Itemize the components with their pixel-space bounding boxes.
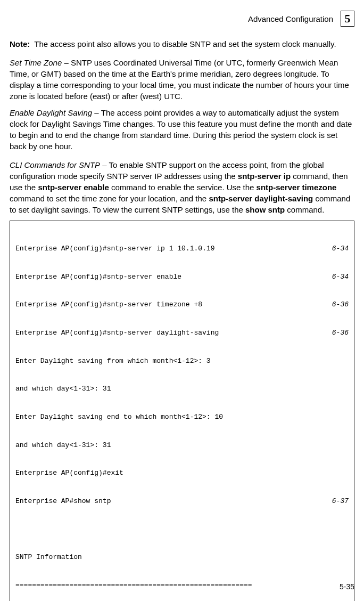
note-text: The access point also allows you to disa… xyxy=(34,38,336,50)
code-line: Enterprise AP(config)#exit xyxy=(15,468,349,478)
code-line-blank xyxy=(15,525,349,534)
code-line: Enterprise AP(config)#sntp-server enable… xyxy=(15,272,349,282)
cmd-show-sntp: show sntp xyxy=(245,205,285,214)
code-line: and which day<1-31>: 31 xyxy=(15,384,349,394)
code-text: Enterprise AP(config)#sntp-server daylig… xyxy=(15,328,322,338)
code-text: Enterprise AP(config)#sntp-server enable xyxy=(15,272,322,282)
seg3: command to enable the service. Use the xyxy=(109,183,257,192)
code-ref: 6-36 xyxy=(322,328,349,338)
lead-settimezone: Set Time Zone – xyxy=(10,58,71,67)
code-line: SNTP Information xyxy=(15,553,349,562)
cmd-sntp-server-daylight: sntp-server daylight-saving xyxy=(209,194,313,203)
paragraph-daylight: Enable Daylight Saving – The access poin… xyxy=(10,107,354,152)
code-ref: 6-37 xyxy=(322,497,349,506)
cli-output-block: Enterprise AP(config)#sntp-server ip 1 1… xyxy=(10,221,354,601)
code-text: Enterprise AP(config)#sntp-server ip 1 1… xyxy=(15,244,322,254)
dash-cli: – xyxy=(100,160,109,169)
code-line: Enterprise AP#show sntp6-37 xyxy=(15,497,349,506)
cmd-sntp-server-ip: sntp-server ip xyxy=(238,172,291,181)
code-ref: 6-36 xyxy=(322,300,349,310)
paragraph-cli: CLI Commands for SNTP – To enable SNTP s… xyxy=(10,159,354,215)
code-line: Enter Daylight saving end to which month… xyxy=(15,412,349,422)
lead-daylight: Enable Daylight Saving – xyxy=(10,108,101,117)
code-line: Enterprise AP(config)#sntp-server ip 1 1… xyxy=(15,244,349,254)
code-text: Enterprise AP#show sntp xyxy=(15,497,322,506)
code-ref: 6-34 xyxy=(322,244,349,254)
code-line: and which day<1-31>: 31 xyxy=(15,441,349,450)
chapter-number-box: 5 xyxy=(341,11,354,27)
lead-cli: CLI Commands for SNTP xyxy=(10,160,100,169)
cmd-sntp-server-enable: sntp-server enable xyxy=(38,183,109,192)
paragraph-settimezone: Set Time Zone – SNTP uses Coordinated Un… xyxy=(10,57,354,102)
code-line: Enterprise AP(config)#sntp-server daylig… xyxy=(15,328,349,338)
code-text: Enterprise AP(config)#sntp-server timezo… xyxy=(15,300,322,310)
page-header: Advanced Configuration 5 xyxy=(10,11,354,27)
cmd-sntp-server-timezone: sntp-server timezone xyxy=(257,183,337,192)
seg6: command. xyxy=(285,205,324,214)
note-label: Note: xyxy=(10,38,30,50)
section-title: Advanced Configuration xyxy=(248,13,333,25)
page-number: 5-35 xyxy=(340,582,354,592)
seg4: command to set the time zone for your lo… xyxy=(10,194,209,203)
note-block: Note: The access point also allows you t… xyxy=(10,38,354,50)
chapter-number: 5 xyxy=(345,11,351,27)
code-line: Enter Daylight saving from which month<1… xyxy=(15,356,349,366)
code-line: Enterprise AP(config)#sntp-server timezo… xyxy=(15,300,349,310)
code-line: ========================================… xyxy=(15,581,349,590)
code-ref: 6-34 xyxy=(322,272,349,282)
